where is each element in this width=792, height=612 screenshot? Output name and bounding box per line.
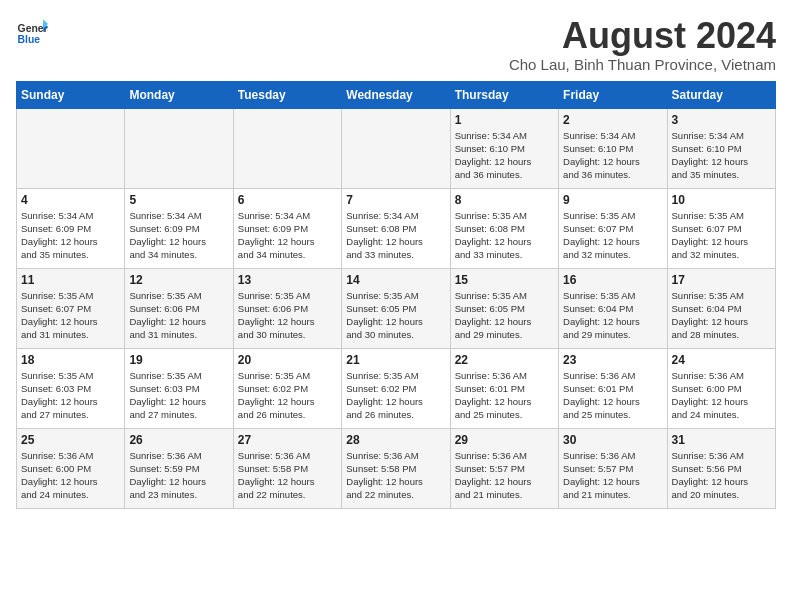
day-info: Sunrise: 5:36 AMSunset: 5:56 PMDaylight:… <box>672 449 771 502</box>
logo: General Blue <box>16 16 48 48</box>
calendar-cell: 2Sunrise: 5:34 AMSunset: 6:10 PMDaylight… <box>559 108 667 188</box>
calendar-cell: 31Sunrise: 5:36 AMSunset: 5:56 PMDayligh… <box>667 428 775 508</box>
calendar-cell: 13Sunrise: 5:35 AMSunset: 6:06 PMDayligh… <box>233 268 341 348</box>
day-info: Sunrise: 5:34 AMSunset: 6:10 PMDaylight:… <box>672 129 771 182</box>
calendar-cell: 25Sunrise: 5:36 AMSunset: 6:00 PMDayligh… <box>17 428 125 508</box>
day-info: Sunrise: 5:34 AMSunset: 6:09 PMDaylight:… <box>21 209 120 262</box>
weekday-header-saturday: Saturday <box>667 81 775 108</box>
day-number: 11 <box>21 273 120 287</box>
calendar-cell: 8Sunrise: 5:35 AMSunset: 6:08 PMDaylight… <box>450 188 558 268</box>
day-info: Sunrise: 5:34 AMSunset: 6:10 PMDaylight:… <box>563 129 662 182</box>
day-info: Sunrise: 5:35 AMSunset: 6:07 PMDaylight:… <box>21 289 120 342</box>
title-area: August 2024 Cho Lau, Binh Thuan Province… <box>509 16 776 73</box>
day-number: 25 <box>21 433 120 447</box>
calendar-cell: 10Sunrise: 5:35 AMSunset: 6:07 PMDayligh… <box>667 188 775 268</box>
day-number: 10 <box>672 193 771 207</box>
calendar-cell: 6Sunrise: 5:34 AMSunset: 6:09 PMDaylight… <box>233 188 341 268</box>
day-number: 13 <box>238 273 337 287</box>
calendar-cell: 5Sunrise: 5:34 AMSunset: 6:09 PMDaylight… <box>125 188 233 268</box>
day-number: 14 <box>346 273 445 287</box>
day-info: Sunrise: 5:34 AMSunset: 6:09 PMDaylight:… <box>238 209 337 262</box>
calendar-cell: 1Sunrise: 5:34 AMSunset: 6:10 PMDaylight… <box>450 108 558 188</box>
week-row-1: 1Sunrise: 5:34 AMSunset: 6:10 PMDaylight… <box>17 108 776 188</box>
day-info: Sunrise: 5:35 AMSunset: 6:02 PMDaylight:… <box>346 369 445 422</box>
calendar-cell: 19Sunrise: 5:35 AMSunset: 6:03 PMDayligh… <box>125 348 233 428</box>
weekday-header-thursday: Thursday <box>450 81 558 108</box>
day-number: 9 <box>563 193 662 207</box>
day-info: Sunrise: 5:36 AMSunset: 5:57 PMDaylight:… <box>563 449 662 502</box>
day-number: 22 <box>455 353 554 367</box>
day-info: Sunrise: 5:36 AMSunset: 5:59 PMDaylight:… <box>129 449 228 502</box>
day-number: 20 <box>238 353 337 367</box>
calendar-cell: 4Sunrise: 5:34 AMSunset: 6:09 PMDaylight… <box>17 188 125 268</box>
weekday-header-row: SundayMondayTuesdayWednesdayThursdayFrid… <box>17 81 776 108</box>
day-number: 21 <box>346 353 445 367</box>
day-info: Sunrise: 5:36 AMSunset: 5:58 PMDaylight:… <box>346 449 445 502</box>
day-number: 1 <box>455 113 554 127</box>
calendar-cell <box>342 108 450 188</box>
day-info: Sunrise: 5:35 AMSunset: 6:06 PMDaylight:… <box>129 289 228 342</box>
calendar-cell: 24Sunrise: 5:36 AMSunset: 6:00 PMDayligh… <box>667 348 775 428</box>
day-info: Sunrise: 5:36 AMSunset: 5:57 PMDaylight:… <box>455 449 554 502</box>
day-info: Sunrise: 5:36 AMSunset: 6:00 PMDaylight:… <box>21 449 120 502</box>
calendar-cell: 7Sunrise: 5:34 AMSunset: 6:08 PMDaylight… <box>342 188 450 268</box>
logo-icon: General Blue <box>16 16 48 48</box>
day-number: 7 <box>346 193 445 207</box>
calendar-cell: 30Sunrise: 5:36 AMSunset: 5:57 PMDayligh… <box>559 428 667 508</box>
day-number: 8 <box>455 193 554 207</box>
calendar-cell: 18Sunrise: 5:35 AMSunset: 6:03 PMDayligh… <box>17 348 125 428</box>
day-info: Sunrise: 5:35 AMSunset: 6:02 PMDaylight:… <box>238 369 337 422</box>
day-info: Sunrise: 5:35 AMSunset: 6:07 PMDaylight:… <box>672 209 771 262</box>
week-row-2: 4Sunrise: 5:34 AMSunset: 6:09 PMDaylight… <box>17 188 776 268</box>
calendar-cell: 11Sunrise: 5:35 AMSunset: 6:07 PMDayligh… <box>17 268 125 348</box>
day-number: 5 <box>129 193 228 207</box>
day-info: Sunrise: 5:34 AMSunset: 6:10 PMDaylight:… <box>455 129 554 182</box>
day-number: 24 <box>672 353 771 367</box>
calendar-subtitle: Cho Lau, Binh Thuan Province, Vietnam <box>509 56 776 73</box>
calendar-cell: 27Sunrise: 5:36 AMSunset: 5:58 PMDayligh… <box>233 428 341 508</box>
day-number: 30 <box>563 433 662 447</box>
day-number: 15 <box>455 273 554 287</box>
calendar-cell: 17Sunrise: 5:35 AMSunset: 6:04 PMDayligh… <box>667 268 775 348</box>
calendar-cell: 23Sunrise: 5:36 AMSunset: 6:01 PMDayligh… <box>559 348 667 428</box>
calendar-cell: 12Sunrise: 5:35 AMSunset: 6:06 PMDayligh… <box>125 268 233 348</box>
calendar-cell: 9Sunrise: 5:35 AMSunset: 6:07 PMDaylight… <box>559 188 667 268</box>
calendar-cell: 14Sunrise: 5:35 AMSunset: 6:05 PMDayligh… <box>342 268 450 348</box>
day-number: 31 <box>672 433 771 447</box>
day-info: Sunrise: 5:35 AMSunset: 6:04 PMDaylight:… <box>563 289 662 342</box>
day-info: Sunrise: 5:36 AMSunset: 5:58 PMDaylight:… <box>238 449 337 502</box>
week-row-3: 11Sunrise: 5:35 AMSunset: 6:07 PMDayligh… <box>17 268 776 348</box>
week-row-5: 25Sunrise: 5:36 AMSunset: 6:00 PMDayligh… <box>17 428 776 508</box>
day-info: Sunrise: 5:34 AMSunset: 6:08 PMDaylight:… <box>346 209 445 262</box>
calendar-cell: 16Sunrise: 5:35 AMSunset: 6:04 PMDayligh… <box>559 268 667 348</box>
day-number: 29 <box>455 433 554 447</box>
calendar-cell: 28Sunrise: 5:36 AMSunset: 5:58 PMDayligh… <box>342 428 450 508</box>
calendar-title: August 2024 <box>509 16 776 56</box>
day-number: 6 <box>238 193 337 207</box>
day-info: Sunrise: 5:35 AMSunset: 6:05 PMDaylight:… <box>346 289 445 342</box>
calendar-cell: 22Sunrise: 5:36 AMSunset: 6:01 PMDayligh… <box>450 348 558 428</box>
svg-text:Blue: Blue <box>18 34 41 45</box>
day-number: 4 <box>21 193 120 207</box>
calendar-cell: 29Sunrise: 5:36 AMSunset: 5:57 PMDayligh… <box>450 428 558 508</box>
day-info: Sunrise: 5:35 AMSunset: 6:07 PMDaylight:… <box>563 209 662 262</box>
day-info: Sunrise: 5:35 AMSunset: 6:06 PMDaylight:… <box>238 289 337 342</box>
day-info: Sunrise: 5:34 AMSunset: 6:09 PMDaylight:… <box>129 209 228 262</box>
day-number: 23 <box>563 353 662 367</box>
day-number: 2 <box>563 113 662 127</box>
day-number: 28 <box>346 433 445 447</box>
calendar-cell: 15Sunrise: 5:35 AMSunset: 6:05 PMDayligh… <box>450 268 558 348</box>
day-info: Sunrise: 5:35 AMSunset: 6:05 PMDaylight:… <box>455 289 554 342</box>
weekday-header-wednesday: Wednesday <box>342 81 450 108</box>
day-number: 3 <box>672 113 771 127</box>
calendar-cell: 3Sunrise: 5:34 AMSunset: 6:10 PMDaylight… <box>667 108 775 188</box>
day-number: 17 <box>672 273 771 287</box>
day-info: Sunrise: 5:36 AMSunset: 6:01 PMDaylight:… <box>455 369 554 422</box>
day-number: 16 <box>563 273 662 287</box>
day-number: 27 <box>238 433 337 447</box>
weekday-header-sunday: Sunday <box>17 81 125 108</box>
calendar-cell <box>17 108 125 188</box>
day-number: 12 <box>129 273 228 287</box>
header: General Blue August 2024 Cho Lau, Binh T… <box>16 16 776 73</box>
day-info: Sunrise: 5:35 AMSunset: 6:08 PMDaylight:… <box>455 209 554 262</box>
